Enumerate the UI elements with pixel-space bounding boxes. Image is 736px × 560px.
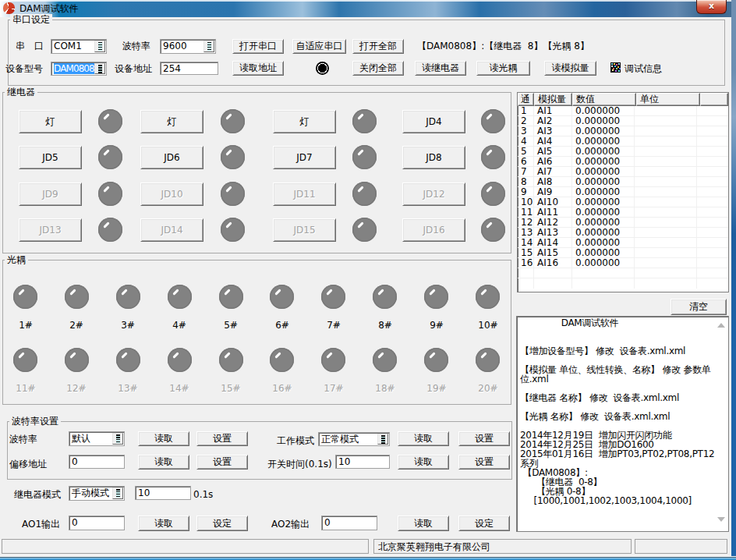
offset-input[interactable]: 0 [69,455,125,469]
cell: 0.000000 [572,157,635,167]
workmode-read-button[interactable]: 读取 [398,431,449,446]
model-combo-arrow[interactable] [94,63,105,74]
ao2-input[interactable]: 0 [321,516,377,530]
read-relay-button[interactable]: 读继电器 [415,61,466,76]
col-header-unit[interactable]: 单位 [636,93,700,106]
ao2-set-button[interactable]: 设定 [458,516,510,531]
table-row[interactable]: 6AI60.000000 [518,157,728,167]
cell: 3 [518,126,534,136]
baud-combo[interactable]: 9600 [160,39,216,54]
baud-set-button[interactable]: 设置 [196,431,248,446]
model-combo[interactable]: DAM0808 [51,62,107,76]
table-row[interactable]: 10AI100.000000 [518,197,728,207]
relay-button-10[interactable]: JD10 [140,183,203,206]
opto-indicator-6 [270,285,294,309]
close-all-button[interactable]: 关闭全部 [352,61,404,76]
opto-label-2: 2# [61,320,92,331]
debug-info-icon [610,62,621,73]
relay-button-7[interactable]: JD7 [273,146,336,169]
col-header-extra[interactable] [700,93,728,106]
open-serial-button[interactable]: 打开串口 [232,39,284,54]
opto-group-label: 光耦 [5,254,28,265]
close-button[interactable]: x [696,0,727,14]
opto-indicator-12 [65,348,89,372]
relay-button-9[interactable]: JD9 [19,183,82,206]
cell [572,278,635,289]
relay-button-13[interactable]: JD13 [19,218,82,242]
baudset-baud-combo-arrow[interactable] [112,433,123,445]
relay-button-8[interactable]: JD8 [402,146,465,169]
relay-button-4[interactable]: JD4 [402,110,465,133]
baudset-group: 波特率设置 [7,421,512,480]
relay-mode-time-input[interactable]: 10 [135,486,191,500]
baud-read-button[interactable]: 读取 [138,431,189,446]
opto-label-8: 8# [370,320,401,331]
table-row[interactable]: 7AI70.000000 [518,167,728,177]
table-row[interactable]: 5AI50.000000 [518,147,728,157]
relay-button-6[interactable]: JD6 [140,146,203,169]
relay-button-14[interactable]: JD14 [140,218,203,242]
relay-button-16[interactable]: JD16 [402,218,465,242]
offset-set-button[interactable]: 设置 [196,455,248,470]
info-panel[interactable]: DAM调试软件 【增加设备型号】 修改 设备表.xml.xml 【模拟量 单位、… [516,316,729,532]
read-analog-button[interactable]: 读模拟量 [544,61,596,76]
workmode-set-button[interactable]: 设置 [458,431,510,446]
table-row[interactable]: 11AI110.000000 [518,207,728,218]
relay-button-1[interactable]: 灯 [19,110,82,133]
ao1-read-button[interactable]: 读取 [138,516,189,531]
table-row[interactable]: 3AI30.000000 [518,126,728,136]
workmode-combo[interactable]: 正常模式 [318,432,390,446]
relay-button-15[interactable]: JD15 [273,218,336,242]
relay-button-2[interactable]: 灯 [140,110,203,133]
relay-button-5[interactable]: JD5 [19,146,82,169]
port-combo-arrow[interactable] [94,41,105,52]
scroll-down-icon[interactable] [717,517,725,522]
table-row[interactable]: 13AI130.000000 [518,228,728,238]
table-row[interactable]: 15AI150.000000 [518,248,728,258]
cell: 9 [518,187,534,197]
switch-set-button[interactable]: 设置 [458,455,510,470]
port-combo[interactable]: COM1 [51,39,107,54]
read-opto-button[interactable]: 读光耦 [476,61,530,76]
read-addr-button[interactable]: 读取地址 [232,61,284,76]
cell: AI1 [534,106,572,116]
table-row[interactable]: 8AI80.000000 [518,177,728,187]
opto-label-17: 17# [318,383,349,394]
col-header-channel[interactable]: 通 [518,93,534,106]
device-info-label: 【DAM0808】:【继电器 8】【光耦 8】 [417,41,589,51]
table-row[interactable]: 2AI20.000000 [518,116,728,126]
workmode-combo-arrow[interactable] [377,434,388,445]
switch-read-button[interactable]: 读取 [398,455,449,470]
open-all-button[interactable]: 打开全部 [352,39,404,54]
cell [697,238,728,248]
table-row[interactable]: 9AI90.000000 [518,187,728,197]
baud-combo-arrow[interactable] [203,41,214,52]
relay-mode-combo-arrow[interactable] [112,487,123,499]
col-header-value[interactable]: 数值 [572,93,636,106]
ao2-read-button[interactable]: 读取 [398,516,449,531]
opto-indicator-13 [116,348,140,372]
switch-time-input[interactable]: 10 [335,455,390,469]
ao1-input[interactable]: 0 [69,516,125,530]
relay-button-3[interactable]: 灯 [273,110,336,133]
table-row[interactable]: 12AI120.000000 [518,218,728,228]
relay-button-12[interactable]: JD12 [402,183,465,206]
cell: 13 [518,228,534,238]
offset-read-button[interactable]: 读取 [138,455,189,470]
baudset-baud-combo[interactable]: 默认 [69,431,125,446]
scroll-up-icon[interactable] [717,323,725,328]
table-row[interactable]: 1AI10.000000 [518,106,728,116]
ao1-set-button[interactable]: 设定 [196,516,248,531]
adaptive-serial-button[interactable]: 自适应串口 [292,39,346,54]
relay-button-11[interactable]: JD11 [273,183,336,206]
company-label: 北京聚英翱翔电子有限公司 [378,541,490,552]
clear-button[interactable]: 清空 [671,299,727,315]
switch-time-label: 开关时间(0.1s) [267,459,332,470]
table-row[interactable]: 14AI140.000000 [518,238,728,248]
col-header-name[interactable]: 模拟量 [534,93,572,106]
cell [697,126,728,136]
table-row[interactable]: 16AI160.000000 [518,258,728,268]
table-row[interactable]: 4AI40.000000 [518,136,728,147]
relay-mode-combo[interactable]: 手动模式 [69,486,125,501]
addr-input[interactable]: 254 [160,62,218,75]
